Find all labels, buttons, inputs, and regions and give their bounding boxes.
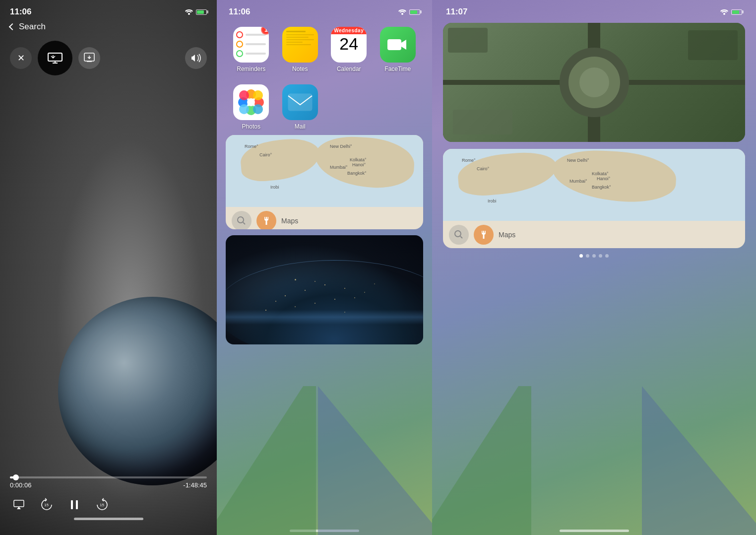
maps-widget-footer: Maps	[226, 207, 423, 229]
maps-search-button-p3[interactable]	[449, 225, 469, 245]
maps-food-button[interactable]	[256, 211, 276, 229]
calendar-date: 24	[339, 35, 358, 52]
maps-fork-icon	[261, 216, 271, 226]
mail-label: Mail	[295, 123, 306, 130]
wifi-icon	[185, 9, 193, 15]
app-photos[interactable]: Photos	[229, 84, 274, 130]
apple-park-center	[579, 67, 609, 97]
panel2-status-bar: 11:06	[217, 0, 432, 17]
svg-point-8	[401, 13, 403, 15]
page-dot-1	[579, 254, 583, 258]
app-mail[interactable]: Mail	[278, 84, 323, 130]
remaining-time: -1:48:45	[183, 481, 207, 489]
map-label-rome-p3: Rome°	[462, 158, 476, 163]
current-time: 0:00:06	[10, 481, 31, 489]
close-button[interactable]: ✕	[10, 47, 32, 69]
app-reminders[interactable]: 1 Reminders	[229, 27, 274, 72]
battery-icon	[409, 9, 420, 15]
panel1-status-bar: 11:06	[0, 0, 217, 17]
apple-hq-image	[443, 23, 745, 142]
home-screen-panel2: 11:06	[217, 0, 432, 535]
volume-button[interactable]	[185, 47, 207, 69]
svg-rect-19	[288, 94, 312, 111]
app-calendar[interactable]: Wednesday 24 Calendar	[326, 27, 372, 72]
reminder-text-2	[246, 43, 266, 45]
app-notes[interactable]: Notes	[278, 27, 323, 72]
page-dots-p3	[432, 254, 756, 258]
rewind15-icon: 15	[40, 498, 54, 512]
svg-text:15: 15	[100, 503, 104, 507]
maps-food-button-p3[interactable]	[474, 225, 494, 245]
svg-rect-1	[48, 53, 62, 61]
city-light-4	[324, 284, 325, 285]
map-label-cairo: Cairo°	[259, 152, 272, 157]
city-light-7	[334, 299, 335, 300]
svg-rect-9	[387, 39, 401, 50]
maps-label: Maps	[281, 217, 298, 225]
app-grid: 1 Reminders Notes	[217, 17, 432, 135]
svg-rect-5	[71, 500, 73, 509]
facetime-camera-icon	[387, 37, 409, 53]
maps-widget-panel3[interactable]: Rome° Cairo° New Delhi° Kolkata° Mumbai°…	[443, 149, 745, 248]
page-dot-3	[592, 254, 596, 258]
map-label-rome: Rome°	[245, 144, 258, 149]
map-label-hanoi: Hanoi°	[352, 162, 366, 167]
screen-mirror-button[interactable]	[38, 41, 72, 75]
notes-line-2	[286, 37, 309, 38]
city-light-14	[374, 283, 375, 284]
svg-rect-3	[14, 500, 24, 507]
photos-label: Photos	[242, 123, 260, 130]
map-label-irobi-p3: Irobi	[488, 199, 497, 203]
map-label-irobi: Irobi	[270, 185, 279, 190]
time-display: 0:00:06 -1:48:45	[10, 481, 207, 489]
home-indicator	[74, 518, 143, 520]
map-label-bangkok: Bangkok°	[347, 171, 367, 176]
svg-point-20	[238, 217, 244, 223]
map-label-kolkata: Kolkata°	[350, 157, 367, 162]
map-label-hanoi-p3: Hanoi°	[597, 176, 610, 181]
city-light-11	[295, 279, 296, 280]
city-light-1	[285, 295, 286, 296]
page-dot-5	[605, 254, 609, 258]
video-controls: 0:00:06 -1:48:45 15	[0, 476, 217, 535]
progress-bar[interactable]	[10, 476, 207, 478]
svg-point-21	[723, 13, 725, 15]
airplay-icon	[13, 499, 25, 511]
panel3-bottom-area	[432, 258, 756, 526]
panel2-status-icons	[398, 9, 420, 15]
reminder-dot-orange	[236, 41, 243, 48]
notes-line-3	[286, 39, 314, 40]
reminder-dot-red	[236, 31, 243, 38]
wifi-icon	[398, 9, 406, 15]
page-dot-2	[586, 254, 589, 258]
download-icon	[84, 53, 95, 64]
airplay-button[interactable]	[10, 496, 28, 514]
home-screen-panel3: 11:07	[432, 0, 756, 535]
maps-map-view: Rome° Cairo° New Delhi° Kolkata° Mumbai°…	[226, 135, 423, 207]
svg-point-16	[239, 104, 249, 114]
earth-image	[226, 235, 423, 344]
svg-point-0	[188, 13, 190, 15]
forward-15-button[interactable]: 15	[93, 496, 111, 514]
reminder-dot-green	[236, 50, 243, 57]
progress-thumb	[13, 474, 19, 480]
app-facetime[interactable]: FaceTime	[376, 27, 421, 72]
city-lights	[226, 235, 423, 344]
notes-top-bar	[286, 31, 306, 32]
pause-button[interactable]	[65, 496, 83, 514]
rewind-15-button[interactable]: 15	[38, 496, 56, 514]
photos-flower-icon	[236, 87, 266, 117]
battery-icon	[196, 9, 207, 15]
notes-lines	[286, 34, 314, 45]
panel1-status-icons	[185, 9, 207, 15]
download-button[interactable]	[78, 47, 100, 69]
forward15-icon: 15	[95, 498, 109, 512]
battery-icon-p3	[731, 9, 742, 15]
maps-label-p3: Maps	[499, 231, 515, 239]
svg-point-18	[247, 98, 255, 106]
maps-widget[interactable]: Rome° Cairo° New Delhi° Kolkata° Mumbai°…	[226, 135, 423, 229]
maps-search-button[interactable]	[232, 211, 252, 229]
maps-search-icon	[237, 216, 247, 226]
panel1-search-bar[interactable]: Search	[0, 17, 217, 37]
calendar-icon: Wednesday 24	[331, 27, 367, 63]
